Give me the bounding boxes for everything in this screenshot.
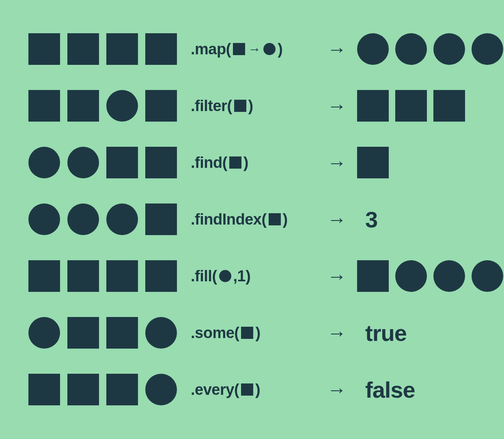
input-shapes (28, 374, 191, 405)
diagram-row-3: .findIndex()→3 (28, 203, 476, 236)
method-prefix: .some( (191, 324, 239, 342)
square-icon (433, 90, 465, 122)
circle-icon (28, 203, 60, 235)
output (353, 147, 389, 178)
square-icon (145, 147, 177, 178)
method-suffix: ) (246, 268, 250, 285)
square-icon (145, 203, 177, 235)
square-icon (106, 33, 138, 65)
circle-icon (395, 260, 427, 292)
result-arrow-icon: → (321, 208, 353, 231)
circle-icon (395, 33, 427, 65)
square-icon (67, 90, 99, 122)
circle-icon (67, 203, 99, 235)
mini-square-icon (241, 327, 253, 339)
method-label: .filter() (191, 97, 321, 115)
circle-icon (472, 260, 503, 292)
method-prefix: .findIndex( (191, 211, 267, 228)
diagram-row-6: .every()→false (28, 373, 476, 406)
method-suffix: ) (283, 211, 288, 228)
method-suffix: ) (248, 97, 253, 115)
square-icon (106, 317, 138, 349)
result-arrow-icon: → (321, 322, 353, 344)
method-label: .map(→) (191, 41, 321, 58)
method-prefix: .map( (191, 41, 231, 58)
square-icon (145, 33, 177, 65)
diagram-rows: .map(→)→.filter()→.find()→.findIndex()→3… (28, 32, 476, 406)
circle-icon (28, 317, 60, 349)
square-icon (67, 374, 99, 405)
method-label: .fill(,1 ) (191, 268, 321, 285)
method-arg-text: ,1 (233, 268, 246, 285)
square-icon (28, 374, 60, 405)
output (353, 33, 503, 65)
diagram-row-5: .some()→true (28, 316, 476, 349)
square-icon (67, 260, 99, 292)
method-label: .find() (191, 154, 321, 171)
result-arrow-icon: → (321, 379, 353, 401)
method-suffix: ) (243, 154, 248, 171)
output-text: 3 (357, 206, 377, 233)
circle-icon (145, 317, 177, 349)
square-icon (67, 33, 99, 65)
method-suffix: ) (255, 324, 260, 342)
diagram-row-2: .find()→ (28, 146, 476, 179)
mini-square-icon (241, 383, 253, 396)
square-icon (395, 90, 427, 122)
mini-circle-icon (263, 43, 276, 55)
mini-circle-icon (219, 270, 231, 282)
input-shapes (28, 317, 191, 349)
output-text: true (357, 320, 407, 346)
circle-icon (106, 203, 138, 235)
input-shapes (28, 203, 191, 235)
method-prefix: .every( (191, 381, 239, 398)
diagram-row-4: .fill(,1 )→ (28, 259, 476, 293)
method-suffix: ) (278, 41, 282, 58)
square-icon (357, 90, 389, 122)
output (353, 90, 465, 122)
circle-icon (433, 33, 465, 65)
result-arrow-icon: → (321, 265, 353, 287)
result-arrow-icon: → (321, 95, 353, 117)
result-arrow-icon: → (321, 38, 353, 60)
square-icon (106, 374, 138, 405)
output: false (353, 377, 415, 403)
output: true (353, 320, 407, 346)
input-shapes (28, 147, 191, 178)
square-icon (106, 147, 138, 178)
output: 3 (353, 206, 377, 233)
diagram-row-1: .filter()→ (28, 89, 476, 122)
square-icon (357, 147, 389, 178)
input-shapes (28, 33, 191, 65)
square-icon (106, 260, 138, 292)
mini-square-icon (269, 213, 281, 225)
square-icon (145, 260, 177, 292)
square-icon (67, 317, 99, 349)
circle-icon (145, 374, 177, 405)
square-icon (145, 90, 177, 122)
output-text: false (357, 377, 415, 403)
circle-icon (28, 147, 60, 178)
input-shapes (28, 260, 191, 292)
method-prefix: .find( (191, 154, 227, 171)
mini-square-icon (234, 100, 246, 112)
method-label: .some() (191, 324, 321, 342)
mini-square-icon (229, 156, 241, 169)
result-arrow-icon: → (321, 152, 353, 174)
circle-icon (472, 33, 503, 65)
diagram-row-0: .map(→)→ (28, 32, 476, 66)
method-label: .every() (191, 381, 321, 398)
output (353, 260, 503, 292)
square-icon (357, 260, 389, 292)
square-icon (28, 260, 60, 292)
circle-icon (106, 90, 138, 122)
method-label: .findIndex() (191, 211, 321, 228)
method-prefix: .fill( (191, 268, 217, 285)
circle-icon (357, 33, 389, 65)
circle-icon (433, 260, 465, 292)
square-icon (28, 90, 60, 122)
method-prefix: .filter( (191, 97, 232, 115)
circle-icon (67, 147, 99, 178)
input-shapes (28, 90, 191, 122)
mini-square-icon (233, 43, 245, 55)
